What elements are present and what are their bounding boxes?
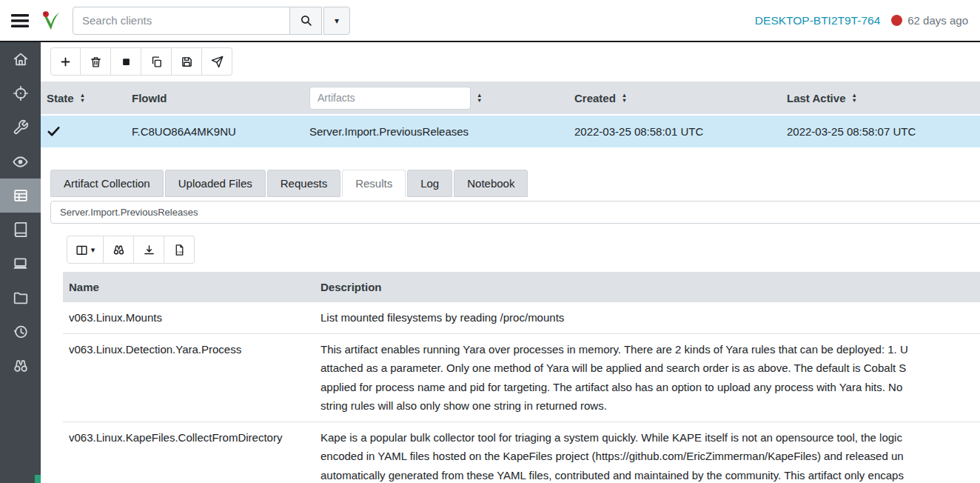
- book-icon: [13, 221, 29, 238]
- sidebar-item-table[interactable]: [0, 179, 41, 213]
- result-name-cell: v063.Linux.KapeFiles.CollectFromDirector…: [63, 422, 315, 483]
- laptop-icon: [12, 256, 29, 273]
- tab-uploaded-files[interactable]: Uploaded Files: [165, 170, 266, 197]
- caret-down-icon: ▾: [335, 16, 339, 26]
- result-description-cell: This artifact enables running Yara over …: [315, 334, 980, 422]
- artifacts-filter-input[interactable]: [309, 87, 471, 110]
- save-collection-button[interactable]: [172, 47, 202, 76]
- download-csv-button[interactable]: CSV: [164, 236, 195, 264]
- search-icon: [300, 14, 312, 27]
- crosshairs-icon: [13, 85, 29, 101]
- client-search-group: ▾: [73, 7, 350, 35]
- save-icon: [181, 56, 193, 68]
- sidebar-item-binoculars[interactable]: [0, 349, 41, 383]
- sidebar-item-home[interactable]: [0, 42, 41, 76]
- column-header-artifacts: ▲▼: [303, 87, 568, 110]
- column-header-flowid: FlowId: [126, 92, 303, 104]
- flows-table: State ▲▼ FlowId ▲▼ Created ▲▼ Last Activ…: [41, 81, 980, 147]
- trash-icon: [90, 56, 102, 68]
- copy-icon: [150, 56, 163, 68]
- results-header-name: Name: [63, 272, 315, 302]
- wrench-icon: [13, 119, 29, 136]
- sidebar-item-wrench[interactable]: [0, 110, 41, 144]
- eye-icon: [12, 153, 29, 170]
- last-active-header-label: Last Active: [787, 92, 845, 104]
- sort-icon[interactable]: ▲▼: [80, 93, 85, 102]
- search-results-button[interactable]: [104, 236, 134, 264]
- velociraptor-logo: [40, 10, 62, 32]
- svg-text:CSV: CSV: [176, 250, 183, 253]
- search-options-dropdown-button[interactable]: ▾: [323, 7, 350, 35]
- plus-icon: [59, 56, 72, 68]
- search-button[interactable]: [289, 7, 322, 35]
- column-header-created: Created ▲▼: [568, 92, 781, 104]
- table-row[interactable]: v063.Linux.Mounts List mounted filesyste…: [63, 302, 980, 334]
- result-description-cell: Kape is a popular bulk collector tool fo…: [315, 422, 980, 483]
- hamburger-icon: [10, 13, 30, 29]
- new-collection-button[interactable]: [50, 47, 81, 76]
- table-list-icon: [13, 187, 29, 204]
- client-host-link[interactable]: DESKTOP-BTI2T9T-764: [755, 14, 880, 27]
- hamburger-menu-button[interactable]: [6, 8, 34, 33]
- client-last-seen-label: 62 days ago: [907, 14, 968, 27]
- tab-requests[interactable]: Requests: [267, 170, 340, 197]
- sort-icon[interactable]: ▲▼: [477, 93, 482, 102]
- binoculars-icon: [13, 358, 29, 374]
- paper-plane-icon: [211, 56, 224, 68]
- sidebar: [0, 42, 41, 483]
- artifact-selector-input[interactable]: [50, 201, 980, 224]
- table-row[interactable]: v063.Linux.Detection.Yara.Process This a…: [63, 334, 980, 422]
- file-csv-icon: CSV: [173, 244, 186, 256]
- home-icon: [13, 51, 29, 67]
- table-row[interactable]: v063.Linux.KapeFiles.CollectFromDirector…: [63, 422, 980, 483]
- sidebar-item-folder[interactable]: [0, 281, 41, 315]
- sidebar-item-eye[interactable]: [0, 144, 41, 179]
- result-description-cell: List mounted filesystems by reading /pro…: [315, 302, 980, 333]
- stop-collection-button[interactable]: [111, 47, 141, 76]
- client-offline-status-icon: [891, 15, 902, 26]
- copy-collection-button[interactable]: [141, 47, 172, 76]
- download-json-button[interactable]: [134, 236, 164, 264]
- results-header-description: Description: [315, 272, 980, 302]
- delete-collection-button[interactable]: [81, 47, 111, 76]
- flow-toolbar: [50, 47, 980, 76]
- caret-down-icon: ▾: [91, 246, 95, 254]
- sidebar-item-crosshairs[interactable]: [0, 76, 41, 110]
- folder-icon: [13, 290, 29, 306]
- column-header-state: State ▲▼: [41, 92, 126, 104]
- flow-id-cell: F.C8UO86A4MK9NU: [126, 125, 303, 138]
- flow-row-selected[interactable]: F.C8UO86A4MK9NU Server.Import.PreviousRe…: [41, 116, 980, 147]
- download-icon: [143, 244, 155, 256]
- flow-detail-tabs: Artifact Collection Uploaded Files Reque…: [50, 170, 980, 197]
- sidebar-item-book[interactable]: [0, 213, 41, 247]
- tab-notebook[interactable]: Notebook: [454, 170, 528, 197]
- column-header-last-active: Last Active ▲▼: [781, 92, 980, 104]
- sidebar-item-history[interactable]: [0, 315, 41, 349]
- state-header-label: State: [47, 92, 74, 104]
- results-table: Name Description v063.Linux.Mounts List …: [63, 272, 980, 483]
- check-icon: [47, 124, 61, 139]
- sidebar-bottom-accent: [35, 475, 41, 483]
- tab-results[interactable]: Results: [342, 170, 406, 197]
- results-toolbar: ▾ CSV: [67, 236, 980, 264]
- sort-icon[interactable]: ▲▼: [622, 93, 627, 102]
- flowid-header-label: FlowId: [132, 92, 167, 104]
- flow-artifacts-cell: Server.Import.PreviousReleases: [303, 125, 568, 138]
- sort-icon[interactable]: ▲▼: [851, 93, 856, 102]
- binoculars-icon: [113, 244, 125, 256]
- history-icon: [13, 324, 29, 340]
- table-columns-icon: [75, 244, 88, 256]
- result-name-cell: v063.Linux.Detection.Yara.Process: [63, 334, 315, 422]
- results-table-body: v063.Linux.Mounts List mounted filesyste…: [63, 302, 980, 483]
- send-collection-button[interactable]: [202, 47, 232, 76]
- tab-log[interactable]: Log: [407, 170, 452, 197]
- tab-artifact-collection[interactable]: Artifact Collection: [50, 170, 164, 197]
- results-table-header: Name Description: [63, 272, 980, 302]
- sidebar-item-laptop[interactable]: [0, 247, 41, 281]
- stop-icon: [121, 56, 132, 67]
- search-input[interactable]: [73, 7, 290, 35]
- result-name-cell: v063.Linux.Mounts: [63, 302, 315, 333]
- flow-created-cell: 2022-03-25 08:58:01 UTC: [568, 125, 781, 138]
- flows-table-header: State ▲▼ FlowId ▲▼ Created ▲▼ Last Activ…: [41, 81, 980, 116]
- column-picker-button[interactable]: ▾: [67, 236, 104, 264]
